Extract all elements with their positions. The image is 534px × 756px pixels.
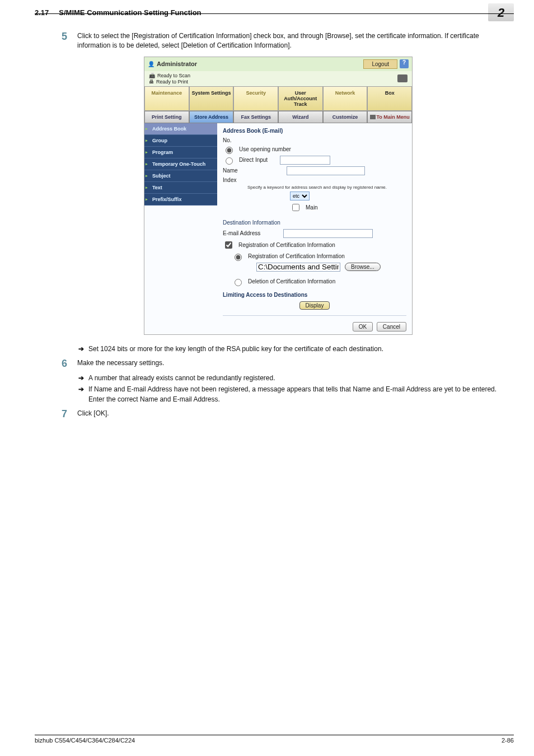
tab-security[interactable]: Security xyxy=(233,86,278,111)
refresh-icon[interactable] xyxy=(397,74,407,82)
subtab-fax-settings[interactable]: Fax Settings xyxy=(233,111,278,123)
status-print: Ready to Print xyxy=(156,79,188,85)
footer-page: 2-86 xyxy=(502,737,514,744)
home-icon xyxy=(370,115,376,119)
email-label: E-mail Address xyxy=(223,230,279,236)
help-button[interactable]: ? xyxy=(400,59,409,68)
index-hint: Specify a keyword for address search and… xyxy=(247,185,406,190)
destination-info-heading: Destination Information xyxy=(223,220,406,226)
no-label: No. xyxy=(223,137,247,143)
side-group[interactable]: Group xyxy=(144,135,217,147)
direct-input-radio[interactable] xyxy=(226,157,233,165)
keylength-note: Set 1024 bits or more for the key length… xyxy=(88,345,383,353)
registration-cert-radio-label: Registration of Certification Informatio… xyxy=(248,253,345,259)
sub-tabs: Print Setting Store Address Fax Settings… xyxy=(144,111,412,123)
main-tabs: Maintenance System Settings Security Use… xyxy=(144,86,412,111)
step-6-number: 6 xyxy=(56,358,67,370)
app-title: Administrator xyxy=(157,60,197,67)
side-address-book[interactable]: Address Book xyxy=(144,123,217,135)
step-6-bullet-1: A number that already exists cannot be r… xyxy=(88,373,275,383)
limiting-access-heading: Limiting Access to Destinations xyxy=(223,292,406,298)
header-rule xyxy=(35,13,514,14)
arrow-icon: ➔ xyxy=(78,345,84,353)
name-field[interactable] xyxy=(287,166,365,175)
printer-icon: 🖶 xyxy=(149,79,154,85)
side-program[interactable]: Program xyxy=(144,147,217,158)
section-number: 2.17 xyxy=(35,8,49,17)
side-text[interactable]: Text xyxy=(144,182,217,194)
file-path-field[interactable] xyxy=(256,263,340,272)
user-icon: 👤 xyxy=(148,61,154,67)
chapter-badge: 2 xyxy=(488,3,514,21)
scanner-icon: 📠 xyxy=(149,73,155,78)
deletion-cert-radio[interactable] xyxy=(235,279,242,286)
main-label: Main xyxy=(306,204,318,211)
side-nav: Address Book Group Program Temporary One… xyxy=(144,123,217,334)
subtab-to-main-menu[interactable]: To Main Menu xyxy=(367,111,412,123)
step-7-text: Click [OK]. xyxy=(77,409,109,420)
index-label: Index xyxy=(223,177,247,183)
tab-box[interactable]: Box xyxy=(367,86,412,111)
step-6-text: Make the necessary settings. xyxy=(77,358,164,370)
app-window: 👤 Administrator Logout ? 📠Ready to Scan … xyxy=(144,57,413,335)
tab-network[interactable]: Network xyxy=(323,86,368,111)
main-checkbox[interactable] xyxy=(292,204,299,211)
arrow-icon: ➔ xyxy=(78,384,84,404)
side-subject[interactable]: Subject xyxy=(144,170,217,182)
logout-button[interactable]: Logout xyxy=(363,59,397,69)
subtab-store-address[interactable]: Store Address xyxy=(189,111,234,123)
step-5-number: 5 xyxy=(56,31,67,51)
tab-system-settings[interactable]: System Settings xyxy=(189,86,234,111)
step-6-bullet-2: If Name and E-mail Address have not been… xyxy=(88,384,500,404)
use-opening-number-label: Use opening number xyxy=(239,146,291,152)
tab-maintenance[interactable]: Maintenance xyxy=(144,86,189,111)
tab-user-auth[interactable]: User Auth/Account Track xyxy=(278,86,323,111)
subtab-customize[interactable]: Customize xyxy=(323,111,368,123)
index-select[interactable]: etc xyxy=(290,192,310,200)
step-5-text: Click to select the [Registration of Cer… xyxy=(77,31,500,51)
step-7-number: 7 xyxy=(56,409,67,420)
subtab-print-setting[interactable]: Print Setting xyxy=(144,111,189,123)
use-opening-number-radio[interactable] xyxy=(226,147,233,154)
direct-input-field[interactable] xyxy=(280,156,330,165)
subtab-wizard[interactable]: Wizard xyxy=(278,111,323,123)
browse-button[interactable]: Browse... xyxy=(345,263,381,271)
section-title: S/MIME Communication Setting Function xyxy=(59,8,201,17)
email-field[interactable] xyxy=(283,229,373,238)
cancel-button[interactable]: Cancel xyxy=(377,322,406,332)
registration-cert-label: Registration of Certification Informatio… xyxy=(238,242,335,248)
registration-cert-checkbox[interactable] xyxy=(225,241,232,249)
registration-cert-radio[interactable] xyxy=(235,254,242,261)
ok-button[interactable]: OK xyxy=(353,322,373,332)
direct-input-label: Direct Input xyxy=(239,157,268,163)
status-scan: Ready to Scan xyxy=(157,73,190,78)
display-button[interactable]: Display xyxy=(299,301,330,310)
name-label: Name xyxy=(223,167,247,174)
side-temp-one-touch[interactable]: Temporary One-Touch xyxy=(144,158,217,170)
arrow-icon: ➔ xyxy=(78,373,84,383)
content-heading: Address Book (E-mail) xyxy=(223,128,406,134)
footer-model: bizhub C554/C454/C364/C284/C224 xyxy=(35,737,135,744)
deletion-cert-radio-label: Deletion of Certification Information xyxy=(248,278,335,284)
side-prefix-suffix[interactable]: Prefix/Suffix xyxy=(144,194,217,206)
